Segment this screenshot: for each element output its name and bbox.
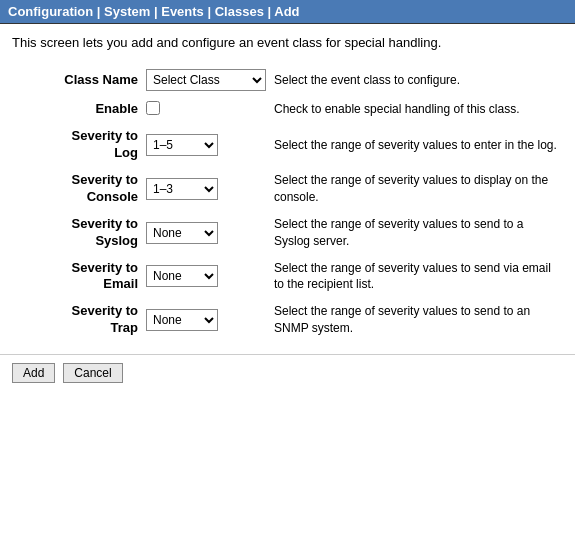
severity-log-select[interactable]: 1–5 None 1 2 3 4 5 xyxy=(146,134,218,156)
desc-severity-console: Select the range of severity values to d… xyxy=(270,167,563,211)
title-bar: Configuration | System | Events | Classe… xyxy=(0,0,575,24)
desc-enable: Check to enable special handling of this… xyxy=(270,96,563,123)
row-class-name: Class Name Select Class Select the event… xyxy=(12,64,563,96)
enable-checkbox[interactable] xyxy=(146,101,160,115)
label-class-name: Class Name xyxy=(12,64,142,96)
desc-class-name: Select the event class to configure. xyxy=(270,64,563,96)
sep2: | xyxy=(150,4,161,19)
desc-severity-log: Select the range of severity values to e… xyxy=(270,123,563,167)
desc-severity-email: Select the range of severity values to s… xyxy=(270,255,563,299)
intro-text: This screen lets you add and configure a… xyxy=(0,24,575,60)
sep3: | xyxy=(204,4,215,19)
input-cell-enable xyxy=(142,96,270,123)
input-cell-severity-trap: None 1–5 1–3 1 2 3 4 5 xyxy=(142,298,270,342)
label-severity-syslog: Severity toSyslog xyxy=(12,211,142,255)
severity-console-select[interactable]: 1–3 None 1 2 3 4 5 xyxy=(146,178,218,200)
input-cell-severity-console: 1–3 None 1 2 3 4 5 xyxy=(142,167,270,211)
row-severity-log: Severity toLog 1–5 None 1 2 3 4 5 Select… xyxy=(12,123,563,167)
footer: Add Cancel xyxy=(0,354,575,391)
title-add: Add xyxy=(274,4,299,19)
row-severity-console: Severity toConsole 1–3 None 1 2 3 4 5 Se… xyxy=(12,167,563,211)
desc-severity-trap: Select the range of severity values to s… xyxy=(270,298,563,342)
sep4: | xyxy=(264,4,274,19)
severity-email-select[interactable]: None 1–5 1–3 1 2 3 4 5 xyxy=(146,265,218,287)
add-button[interactable]: Add xyxy=(12,363,55,383)
title-events: Events xyxy=(161,4,204,19)
label-severity-trap: Severity toTrap xyxy=(12,298,142,342)
label-severity-log: Severity toLog xyxy=(12,123,142,167)
label-enable: Enable xyxy=(12,96,142,123)
form-content: Class Name Select Class Select the event… xyxy=(0,60,575,350)
form-table: Class Name Select Class Select the event… xyxy=(12,64,563,342)
title-configuration: Configuration xyxy=(8,4,93,19)
input-cell-severity-log: 1–5 None 1 2 3 4 5 xyxy=(142,123,270,167)
desc-severity-syslog: Select the range of severity values to s… xyxy=(270,211,563,255)
title-system: System xyxy=(104,4,150,19)
title-classes: Classes xyxy=(215,4,264,19)
input-cell-severity-syslog: None 1–5 1–3 1 2 3 4 5 xyxy=(142,211,270,255)
class-name-select[interactable]: Select Class xyxy=(146,69,266,91)
label-severity-console: Severity toConsole xyxy=(12,167,142,211)
intro-content: This screen lets you add and configure a… xyxy=(12,35,441,50)
cancel-button[interactable]: Cancel xyxy=(63,363,122,383)
sep1: | xyxy=(93,4,104,19)
label-severity-email: Severity toEmail xyxy=(12,255,142,299)
row-severity-email: Severity toEmail None 1–5 1–3 1 2 3 4 5 … xyxy=(12,255,563,299)
input-cell-severity-email: None 1–5 1–3 1 2 3 4 5 xyxy=(142,255,270,299)
severity-syslog-select[interactable]: None 1–5 1–3 1 2 3 4 5 xyxy=(146,222,218,244)
input-cell-class-name: Select Class xyxy=(142,64,270,96)
row-severity-trap: Severity toTrap None 1–5 1–3 1 2 3 4 5 S… xyxy=(12,298,563,342)
row-severity-syslog: Severity toSyslog None 1–5 1–3 1 2 3 4 5… xyxy=(12,211,563,255)
row-enable: Enable Check to enable special handling … xyxy=(12,96,563,123)
severity-trap-select[interactable]: None 1–5 1–3 1 2 3 4 5 xyxy=(146,309,218,331)
